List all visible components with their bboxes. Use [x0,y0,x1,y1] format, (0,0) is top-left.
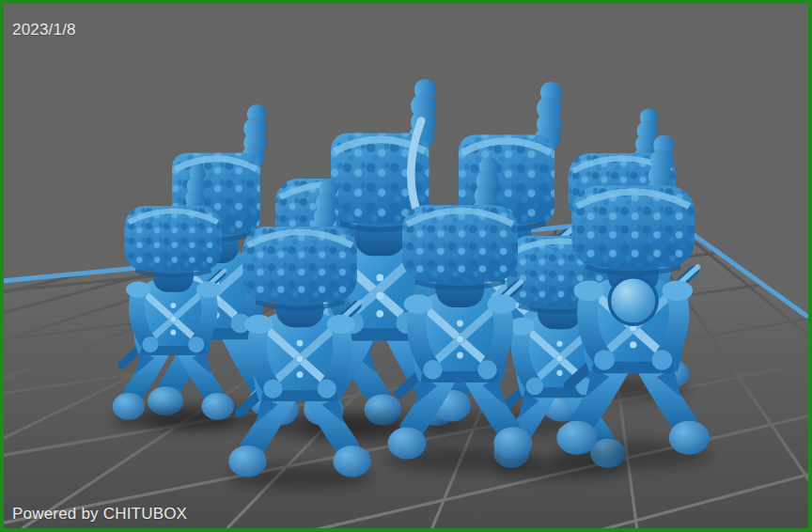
slicer-preview-window: 2023/1/8 Powered by CHITUBOX [0,0,812,532]
date-overlay: 2023/1/8 [12,21,76,39]
powered-by-watermark: Powered by CHITUBOX [12,505,187,524]
build-plate-viewport[interactable] [4,4,808,528]
